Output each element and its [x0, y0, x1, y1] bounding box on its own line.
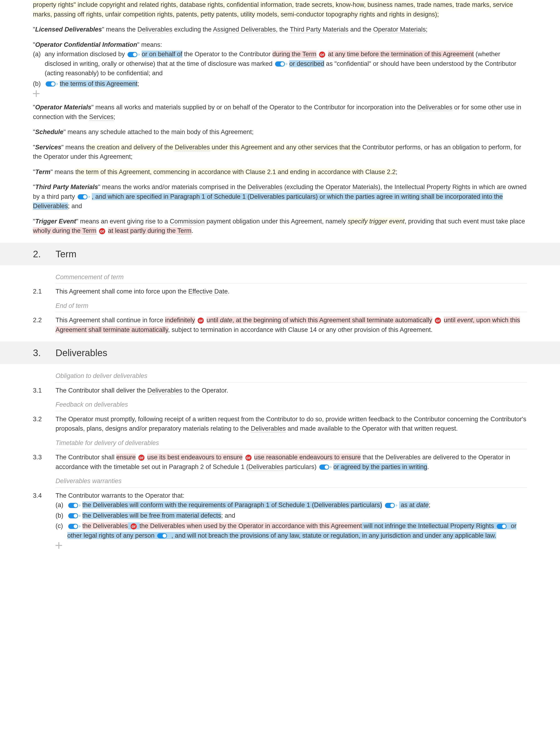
oci-item-b: (b) the terms of this Agreement; — [33, 79, 527, 89]
var-trigger-event[interactable]: specify trigger event — [348, 218, 405, 225]
optional-or-described[interactable]: or described — [289, 60, 324, 67]
alt-any-time[interactable]: at any time before the termination of th… — [328, 50, 474, 57]
optional-conform[interactable]: the Deliverables will conform with the r… — [82, 501, 382, 508]
toggle-icon[interactable] — [319, 464, 329, 470]
optional-on-behalf[interactable]: or on behalf of — [142, 50, 182, 57]
toggle-icon[interactable] — [46, 82, 55, 87]
definition-third-party-materials: "Third Party Materials" means the works … — [33, 182, 527, 211]
label-a: (a) — [55, 500, 67, 510]
ref-deliverables[interactable]: Deliverables — [251, 425, 286, 432]
optional-terms-agreement[interactable]: the terms of this Agreement — [60, 80, 137, 87]
var-date[interactable]: date — [416, 501, 429, 508]
opt-indefinitely[interactable]: indefinitely — [165, 317, 195, 324]
definition-schedule: "Schedule" means any schedule attached t… — [33, 127, 527, 137]
arrow-icon — [79, 514, 81, 517]
subsection-obligation-deliver: Obligation to deliver deliverables — [55, 371, 527, 383]
or-badge[interactable]: or — [319, 51, 325, 57]
ref-term[interactable]: Term — [177, 227, 191, 235]
ref-deliverables[interactable]: Deliverables — [175, 144, 210, 151]
definition-services: "Services" means the creation and delive… — [33, 143, 527, 162]
clause-num-3-3: 3.3 — [33, 453, 55, 472]
section-3-num: 3. — [33, 346, 55, 360]
c34-item-a: (a) the Deliverables will conform with t… — [55, 500, 527, 510]
or-badge[interactable]: or — [435, 317, 441, 324]
ref-commission[interactable]: Commission — [170, 218, 205, 225]
toggle-icon[interactable] — [275, 61, 285, 66]
or-badge[interactable]: or — [131, 523, 137, 530]
toggle-icon[interactable] — [157, 533, 167, 538]
ref-deliverables[interactable]: Deliverables — [385, 454, 420, 461]
opt-deliverables-plain[interactable]: the Deliverables — [82, 523, 128, 530]
or-badge[interactable]: or — [138, 455, 144, 461]
arrow-icon — [286, 62, 288, 65]
toggle-icon[interactable] — [128, 52, 137, 57]
subsection-feedback: Feedback on deliverables — [55, 400, 527, 411]
definition-trigger-event: "Trigger Event" means an event giving ri… — [33, 216, 527, 236]
toggle-icon[interactable] — [68, 524, 78, 529]
clause-num-3-4: 3.4 — [33, 491, 55, 549]
toggle-icon[interactable] — [385, 503, 395, 508]
toggle-icon[interactable] — [68, 503, 78, 508]
term-services: Services — [35, 144, 61, 151]
section-3-title: Deliverables — [55, 346, 107, 360]
label-b: (b) — [33, 79, 45, 89]
definition-ip-fragment: property rights" include copyright and r… — [33, 0, 527, 19]
ref-effective-date[interactable]: Effective Date — [188, 288, 228, 295]
subsection-warranties: Deliverables warranties — [55, 476, 527, 487]
arrow-icon — [168, 535, 170, 537]
clause-num-2-1: 2.1 — [33, 287, 55, 296]
ref-deliverables[interactable]: Deliverables — [249, 463, 284, 471]
toggle-icon[interactable] — [497, 524, 507, 529]
ref-assigned-deliverables[interactable]: Assigned Deliverables — [213, 26, 276, 33]
ref-ipr[interactable]: Intellectual Property Rights — [394, 183, 470, 191]
or-badge[interactable]: or — [245, 455, 252, 461]
label-a: (a) — [33, 49, 45, 78]
ref-deliverables[interactable]: Deliverables — [417, 104, 452, 111]
section-2-title: Term — [55, 247, 77, 261]
or-badge[interactable]: or — [99, 228, 105, 234]
clause-2-2: 2.2 This Agreement shall continue in for… — [33, 315, 527, 334]
arrow-icon — [79, 504, 81, 507]
clause-num-2-2: 2.2 — [33, 315, 55, 334]
ref-services[interactable]: Services — [89, 113, 114, 121]
var-date[interactable]: date — [220, 317, 233, 324]
subsection-end-of-term: End of term — [55, 301, 527, 312]
var-event[interactable]: event — [457, 317, 473, 324]
opt-deliverables-used[interactable]: the Deliverables when used by the Operat… — [140, 523, 362, 530]
ip-fragment-text: property rights" include copyright and r… — [33, 1, 513, 18]
toggle-icon[interactable] — [78, 194, 88, 199]
opt-reasonable-endeavours[interactable]: use reasonable endeavours to ensure — [254, 454, 361, 461]
ref-deliverables[interactable]: Deliverables — [248, 183, 283, 191]
ref-term[interactable]: Term — [302, 50, 316, 58]
c34-item-b: (b) the Deliverables will be free from m… — [55, 511, 527, 521]
term-tpm: Third Party Materials — [35, 183, 98, 190]
opt-best-endeavours[interactable]: use its best endeavours to ensure — [147, 454, 243, 461]
arrow-icon — [89, 195, 90, 198]
definition-operator-materials: "Operator Materials" means all works and… — [33, 103, 527, 122]
definition-term: "Term" means the term of this Agreement,… — [33, 167, 527, 177]
section-2-num: 2. — [33, 247, 55, 261]
optional-breach-law[interactable]: , and will not breach the provisions of … — [171, 532, 360, 539]
term-trigger: Trigger Event — [35, 218, 76, 225]
ref-deliverables[interactable]: Deliverables — [147, 387, 182, 394]
ref-tpm[interactable]: Third Party Materials — [290, 26, 348, 33]
move-icon[interactable] — [33, 90, 39, 97]
optional-agreed-writing[interactable]: or agreed by the parties in writing — [333, 463, 427, 470]
arrow-icon — [330, 466, 332, 468]
opt-ensure[interactable]: ensure — [116, 454, 136, 461]
term-om: Operator Materials — [35, 104, 92, 111]
ref-deliverables[interactable]: Deliverables — [33, 202, 68, 210]
section-2-heading: 2. Term — [0, 243, 560, 265]
label-c: (c) — [55, 521, 67, 540]
or-badge[interactable]: or — [198, 317, 204, 324]
ref-term[interactable]: Term — [82, 227, 97, 235]
ref-operator-materials[interactable]: Operator Materials — [326, 183, 378, 191]
term-schedule: Schedule — [35, 128, 63, 136]
optional-free-defects[interactable]: the Deliverables will be free from mater… — [82, 512, 221, 519]
toggle-icon[interactable] — [68, 513, 78, 519]
ref-operator-materials[interactable]: Operator Materials — [373, 26, 426, 33]
clause-3-3: 3.3 The Contributor shall ensure or use … — [33, 453, 527, 472]
move-icon[interactable] — [55, 542, 62, 549]
term-licensed: Licensed Deliverables — [35, 26, 102, 33]
ref-deliverables[interactable]: Deliverables — [137, 26, 172, 33]
